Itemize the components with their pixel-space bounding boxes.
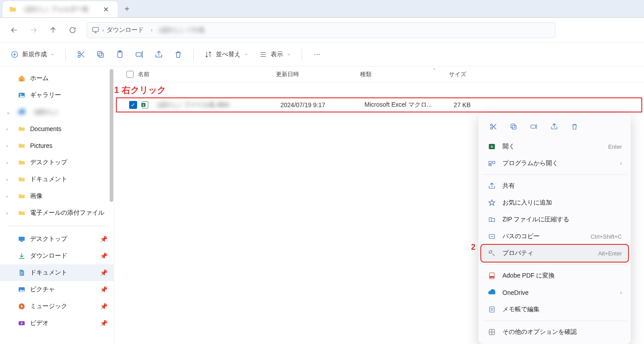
- copy-button[interactable]: [92, 46, 109, 63]
- up-button[interactable]: [45, 22, 61, 38]
- sidebar-quick-pictures[interactable]: ピクチャ 📌: [0, 281, 114, 298]
- excel-file-icon: X: [141, 100, 150, 109]
- download-icon: [18, 252, 26, 260]
- paste-button[interactable]: [111, 46, 129, 63]
- sidebar-label: デスクトップ: [30, 235, 67, 243]
- sort-button[interactable]: 並べ替え: [200, 48, 253, 61]
- column-name[interactable]: 名前: [136, 70, 276, 78]
- sidebar-quick-desktop[interactable]: デスクトップ 📌: [0, 231, 114, 247]
- column-headers: ⌄ 名前 更新日時 種類 サイズ: [114, 66, 644, 82]
- context-menu-quick-actions: [481, 117, 628, 138]
- sidebar-item-desktop-jp[interactable]: › デスクトップ: [0, 154, 114, 171]
- sidebar-item-pictures[interactable]: › Pictures: [0, 137, 114, 154]
- svg-rect-22: [511, 124, 515, 128]
- refresh-button[interactable]: [65, 22, 80, 38]
- pdf-icon: [487, 272, 496, 280]
- file-row[interactable]: ✓ X （ぼかし）ファイル名.xlsm 2024/07/19 9:17 Micr…: [116, 97, 642, 112]
- annotation-2: 2: [471, 243, 475, 252]
- sidebar-item-gallery[interactable]: ギャラリー: [0, 87, 114, 104]
- cm-share[interactable]: 共有: [481, 178, 628, 194]
- cm-favorite[interactable]: お気に入りに追加: [481, 194, 628, 211]
- cm-open[interactable]: X 開く Enter: [481, 138, 628, 155]
- sidebar-label: ドキュメント: [30, 269, 67, 277]
- sidebar-label: Pictures: [30, 142, 53, 149]
- sidebar-item-home[interactable]: ホーム: [0, 70, 114, 87]
- chevron-right-icon: ›: [620, 160, 622, 166]
- sidebar-item-images-jp[interactable]: › 画像: [0, 188, 114, 205]
- svg-point-11: [20, 94, 21, 95]
- chevron-down-icon: [244, 52, 249, 57]
- plus-circle-icon: [11, 50, 19, 58]
- chevron-right-icon: ›: [6, 177, 8, 182]
- cm-copy-path[interactable]: パスのコピー Ctrl+Shift+C: [481, 228, 628, 245]
- sidebar-label: ホーム: [30, 74, 49, 82]
- address-bar[interactable]: › ダウンロード› （ぼかし）パス名: [87, 22, 556, 38]
- view-button[interactable]: 表示: [255, 48, 295, 61]
- cm-delete-button[interactable]: [566, 120, 583, 134]
- pictures-icon: [18, 286, 26, 294]
- sidebar-item-documents-jp[interactable]: › ドキュメント: [0, 171, 114, 188]
- breadcrumb-downloads[interactable]: ダウンロード›: [107, 26, 153, 34]
- sort-indicator-icon: ⌄: [433, 66, 436, 70]
- chevron-right-icon: ›: [6, 126, 8, 131]
- svg-rect-21: [512, 125, 516, 129]
- cm-properties[interactable]: プロパティ Alt+Enter: [481, 245, 628, 262]
- cm-cut-button[interactable]: [485, 120, 502, 134]
- sidebar-item-documents[interactable]: › Documents: [0, 120, 114, 137]
- cm-label: その他のオプションを確認: [502, 328, 622, 336]
- delete-button[interactable]: [169, 46, 187, 63]
- cut-button[interactable]: [72, 46, 90, 63]
- row-checkbox[interactable]: ✓: [129, 101, 137, 109]
- svg-rect-8: [136, 53, 142, 56]
- chevron-right-icon: ›: [151, 27, 153, 33]
- sidebar-quick-downloads[interactable]: ダウンロード 📌: [0, 247, 114, 264]
- sidebar-label: デスクトップ: [30, 158, 67, 166]
- cm-notepad[interactable]: メモ帳で編集: [481, 301, 628, 318]
- cm-adobe[interactable]: Adobe PDF に変換: [481, 267, 628, 284]
- new-tab-button[interactable]: ＋: [118, 0, 136, 17]
- sidebar-quick-videos[interactable]: ビデオ 📌: [0, 315, 114, 332]
- chevron-down-icon: [50, 52, 55, 57]
- chevron-down-icon: [287, 52, 291, 57]
- svg-text:X: X: [491, 145, 493, 149]
- cm-open-with[interactable]: プログラムから開く ›: [481, 155, 628, 172]
- cm-more-options[interactable]: その他のオプションを確認: [481, 324, 628, 340]
- sidebar-item-email-attachments[interactable]: › 電子メールの添付ファイル: [0, 205, 114, 221]
- cm-label: メモ帳で編集: [502, 305, 622, 313]
- column-date[interactable]: 更新日時: [276, 70, 360, 78]
- toolbar: 新規作成 並べ替え 表示 ⋯: [0, 43, 644, 66]
- cm-onedrive[interactable]: OneDrive ›: [481, 284, 628, 301]
- forward-button[interactable]: [26, 22, 42, 38]
- rename-button[interactable]: [130, 46, 148, 63]
- window-tab[interactable]: （ぼかし）フォルダー名 ✕: [3, 1, 118, 17]
- column-type[interactable]: 種類: [360, 70, 431, 78]
- cm-rename-button[interactable]: [525, 120, 542, 134]
- more-button[interactable]: ⋯: [308, 46, 326, 63]
- separator: [483, 264, 626, 265]
- sort-icon: [204, 50, 212, 58]
- cm-zip[interactable]: ZIP ファイルに圧縮する: [481, 211, 628, 228]
- cm-label: 開く: [502, 143, 602, 151]
- cm-share-button[interactable]: [546, 120, 563, 134]
- sidebar-scrollbar[interactable]: [110, 69, 113, 202]
- breadcrumb-current[interactable]: （ぼかし）パス名: [155, 26, 205, 34]
- sidebar-label: ドキュメント: [30, 175, 67, 183]
- music-icon: [18, 302, 26, 310]
- annotation-text: 右クリック: [122, 84, 166, 96]
- back-button[interactable]: [6, 22, 22, 38]
- cloud-icon: [18, 108, 26, 116]
- sidebar-quick-music[interactable]: ミュージック 📌: [0, 298, 114, 315]
- new-button[interactable]: 新規作成: [6, 48, 59, 61]
- file-type: Microsoft Excel マクロ...: [364, 101, 435, 109]
- share-button[interactable]: [150, 46, 168, 63]
- folder-icon: [18, 142, 26, 150]
- column-size[interactable]: サイズ: [431, 70, 466, 78]
- pin-icon: 📌: [100, 286, 107, 293]
- file-date: 2024/07/19 9:17: [280, 101, 364, 108]
- cm-copy-button[interactable]: [505, 120, 522, 134]
- select-all-checkbox[interactable]: [126, 71, 134, 78]
- tab-close-icon[interactable]: ✕: [100, 4, 111, 15]
- sidebar-item-blur[interactable]: ⌄ （ぼかし）: [0, 104, 114, 120]
- sidebar-label: 画像: [30, 192, 42, 200]
- sidebar-quick-documents[interactable]: ドキュメント 📌: [0, 264, 114, 281]
